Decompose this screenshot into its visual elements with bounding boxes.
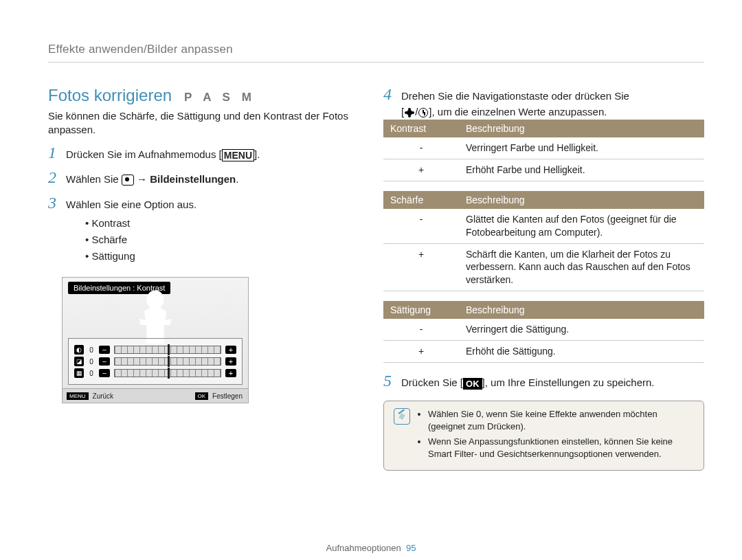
- slider-bar[interactable]: [114, 369, 221, 377]
- table-row: +Erhöht die Sättigung.: [383, 341, 704, 363]
- cell-key: -: [383, 137, 459, 159]
- step-3-options: Kontrast Schärfe Sättigung: [85, 215, 196, 265]
- table-row: +Schärft die Kanten, um die Klarheit der…: [383, 243, 704, 291]
- table-saettigung: SättigungBeschreibung -Verringert die Sä…: [383, 301, 704, 363]
- step-5-post: ], um Ihre Einstellungen zu speichern.: [482, 377, 655, 388]
- table-row: -Verringert die Sättigung.: [383, 319, 704, 340]
- note-box: Wählen Sie 0, wenn Sie keine Effekte anw…: [383, 401, 704, 471]
- step-number: 4: [383, 86, 394, 102]
- footer-page: 95: [406, 543, 416, 553]
- cell-key: +: [383, 243, 459, 291]
- step-2-bold: Bildeinstellungen: [150, 173, 236, 185]
- step-4: 4 Drehen Sie die Navigationstaste oder d…: [383, 86, 704, 120]
- table-row: -Verringert Farbe und Helligkeit.: [383, 137, 704, 159]
- heading-row: Fotos korrigieren P A S M: [48, 86, 350, 105]
- step-2-post: .: [236, 173, 238, 185]
- step-number: 5: [383, 372, 394, 389]
- minus-button[interactable]: −: [99, 369, 110, 377]
- minus-button[interactable]: −: [99, 357, 110, 366]
- table-kontrast: KontrastBeschreibung -Verringert Farbe u…: [383, 120, 704, 181]
- camera-screen: Bildeinstellungen : Kontrast ◐ 0 − +: [62, 277, 249, 403]
- cell-key: -: [383, 319, 459, 340]
- slider-bar[interactable]: [114, 357, 221, 366]
- slider-value: 0: [88, 358, 95, 366]
- option-kontrast: Kontrast: [85, 215, 196, 232]
- set-button-icon: OK: [195, 392, 209, 400]
- ok-button-icon: OK: [463, 378, 482, 390]
- th-schaerfe: Schärfe: [383, 191, 459, 209]
- table-schaerfe: SchärfeBeschreibung -Glättet die Kanten …: [383, 191, 704, 291]
- right-column: 4 Drehen Sie die Navigationstaste oder d…: [383, 86, 704, 471]
- screen-footer: MENU Zurück OK Festlegen: [63, 388, 248, 403]
- slider-value: 0: [88, 346, 95, 354]
- cell-val: Glättet die Kanten auf den Fotos (geeign…: [459, 209, 704, 243]
- step-4-line2-post: ], um die einzelnen Werte anzupassen.: [429, 106, 607, 117]
- step-2-arrow: →: [134, 173, 150, 185]
- cell-val: Verringert die Sättigung.: [459, 319, 704, 340]
- option-saettigung: Sättigung: [85, 248, 196, 265]
- step-5-pre: Drücken Sie [: [401, 377, 463, 388]
- step-4-line1: Drehen Sie die Navigationstaste oder drü…: [401, 90, 629, 102]
- camera-icon: [122, 175, 134, 186]
- slider-row-saturation: ▦ 0 − +: [74, 368, 236, 378]
- cell-val: Verringert Farbe und Helligkeit.: [459, 137, 704, 159]
- page: Effekte anwenden/Bilder anpassen Fotos k…: [0, 0, 742, 560]
- step-2: 2 Wählen Sie → Bildeinstellungen.: [48, 169, 350, 188]
- cell-val: Erhöht Farbe und Helligkeit.: [459, 159, 704, 181]
- plus-button[interactable]: +: [225, 357, 236, 366]
- step-1-text-pre: Drücken Sie im Aufnahmemodus [: [66, 148, 222, 160]
- step-2-text-pre: Wählen Sie: [66, 173, 122, 185]
- step-5: 5 Drücken Sie [OK], um Ihre Einstellunge…: [383, 372, 704, 391]
- note-item: Wenn Sie Anpassungsfunktionen einstellen…: [428, 436, 694, 460]
- menu-button-icon: MENU: [222, 149, 254, 161]
- cell-val: Erhöht die Sättigung.: [459, 341, 704, 363]
- footer-section: Aufnahmeoptionen: [326, 543, 401, 553]
- th-desc: Beschreibung: [459, 301, 704, 319]
- back-button-icon: MENU: [67, 392, 89, 400]
- step-number: 3: [48, 194, 59, 211]
- page-title: Fotos korrigieren: [48, 86, 172, 105]
- slider-row-contrast: ◐ 0 − +: [74, 345, 236, 355]
- slider-value: 0: [88, 370, 95, 377]
- screen-mock: Bildeinstellungen : Kontrast ◐ 0 − +: [62, 277, 350, 403]
- macro-icon: [404, 107, 415, 118]
- cell-key: +: [383, 341, 459, 363]
- slider-bar[interactable]: [114, 346, 221, 354]
- breadcrumb: Effekte anwenden/Bilder anpassen: [48, 43, 704, 63]
- note-list: Wählen Sie 0, wenn Sie keine Effekte anw…: [418, 408, 694, 464]
- plus-button[interactable]: +: [225, 346, 236, 354]
- step-3-text: Wählen Sie eine Option aus.: [66, 199, 196, 210]
- step-number: 2: [48, 169, 59, 186]
- option-schaerfe: Schärfe: [85, 232, 196, 248]
- mode-letters: P A S M: [184, 91, 256, 104]
- step-1-text-post: ].: [254, 148, 260, 160]
- cell-key: +: [383, 159, 459, 181]
- slider-row-sharpness: ◪ 0 − +: [74, 357, 236, 366]
- sharpness-icon: ◪: [74, 357, 84, 366]
- table-row: -Glättet die Kanten auf den Fotos (geeig…: [383, 209, 704, 243]
- page-footer: Aufnahmeoptionen 95: [0, 543, 742, 553]
- intro-text: Sie können die Schärfe, die Sättigung un…: [48, 109, 350, 137]
- columns: Fotos korrigieren P A S M Sie können die…: [48, 86, 704, 471]
- step-number: 1: [48, 144, 59, 161]
- set-label: Festlegen: [212, 392, 243, 400]
- cell-val: Schärft die Kanten, um die Klarheit der …: [459, 243, 704, 291]
- left-column: Fotos korrigieren P A S M Sie können die…: [48, 86, 350, 471]
- sliders-panel: ◐ 0 − + ◪ 0 − +: [68, 338, 243, 385]
- back-label: Zurück: [93, 392, 114, 400]
- th-kontrast: Kontrast: [383, 120, 459, 137]
- th-saettigung: Sättigung: [383, 301, 459, 319]
- contrast-icon: ◐: [74, 345, 84, 355]
- th-desc: Beschreibung: [459, 191, 704, 209]
- minus-button[interactable]: −: [99, 346, 110, 354]
- th-desc: Beschreibung: [459, 120, 704, 137]
- note-item: Wählen Sie 0, wenn Sie keine Effekte anw…: [428, 408, 694, 433]
- note-icon: [394, 408, 410, 425]
- step-3: 3 Wählen Sie eine Option aus. Kontrast S…: [48, 194, 350, 265]
- table-row: +Erhöht Farbe und Helligkeit.: [383, 159, 704, 181]
- timer-icon: [418, 107, 429, 118]
- cell-key: -: [383, 209, 459, 243]
- saturation-icon: ▦: [74, 368, 84, 378]
- step-1: 1 Drücken Sie im Aufnahmemodus [MENU].: [48, 144, 350, 163]
- plus-button[interactable]: +: [225, 369, 236, 377]
